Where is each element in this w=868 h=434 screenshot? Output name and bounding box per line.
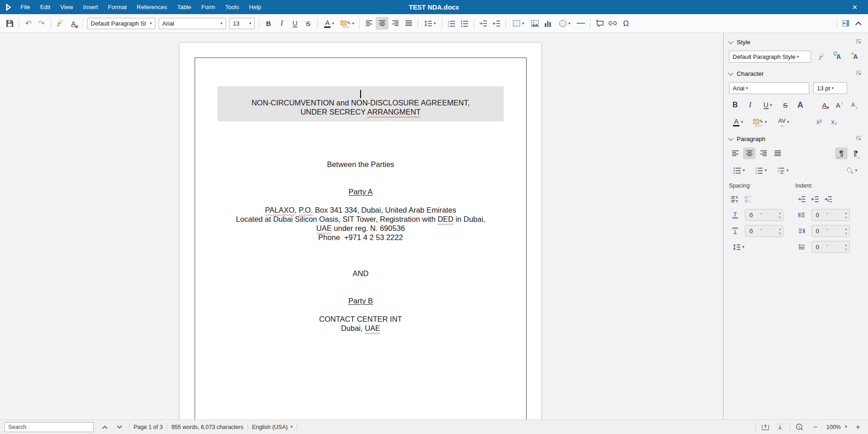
insert-comment-button[interactable] (593, 17, 606, 30)
doc-line[interactable] (217, 89, 504, 98)
single-page-view-button[interactable] (760, 422, 771, 433)
sidebar-font-size-select[interactable]: 13 pt (813, 82, 847, 94)
sidebar-bold-button[interactable]: B (729, 99, 741, 111)
font-color-button[interactable]: A (320, 17, 338, 30)
search-input[interactable] (5, 422, 94, 432)
zoom-in-button[interactable]: + (852, 422, 863, 433)
page[interactable]: NON-CIRCUMVENTION and NON-DISCLOSURE AGR… (179, 42, 542, 419)
spinner-arrows[interactable] (845, 211, 848, 219)
document-canvas[interactable]: NON-CIRCUMVENTION and NON-DISCLOSURE AGR… (0, 33, 723, 419)
spacing-below-input[interactable]: 0″ (745, 225, 783, 237)
bold-button[interactable]: B (262, 17, 275, 30)
doc-line[interactable]: Between the Parties (195, 160, 526, 169)
close-button[interactable]: × (848, 0, 862, 14)
sidebar-unordered-list-button[interactable] (729, 164, 749, 176)
chevron-down-icon[interactable] (728, 39, 733, 44)
doc-line[interactable]: Party A (195, 187, 526, 196)
spinner-arrows[interactable] (845, 243, 848, 251)
hanging-indent-button[interactable] (822, 193, 834, 205)
menu-file[interactable]: File (16, 0, 35, 14)
doc-line[interactable]: Party B (195, 296, 526, 305)
sidebar-toggle-button[interactable] (839, 17, 852, 30)
sidebar-increase-indent-button[interactable] (796, 193, 808, 205)
sidebar-align-center-button[interactable] (743, 147, 755, 159)
search-next-button[interactable] (114, 422, 125, 433)
doc-line[interactable]: PALAXO, P.O. Box 341 334, Dubai, United … (195, 205, 526, 214)
insert-hyperlink-button[interactable] (606, 17, 619, 30)
superscript-button[interactable]: x² (813, 116, 825, 128)
doc-line[interactable]: UAE under reg. N. 690536 (195, 224, 526, 233)
sidebar-line-spacing-button[interactable] (729, 241, 748, 253)
doc-line[interactable]: CONTACT CENTER INT (195, 314, 526, 324)
new-style-button[interactable]: A (849, 51, 862, 63)
zoom-100-button[interactable]: 1 (794, 422, 805, 433)
clone-formatting-style-button[interactable] (816, 51, 828, 63)
left-to-right-button[interactable]: ¶ → (835, 147, 847, 159)
sidebar-highlight-color-button[interactable]: ab✎ (750, 116, 770, 128)
underline-button[interactable]: U (289, 17, 301, 30)
doc-line[interactable]: AND (195, 269, 526, 278)
font-size-select[interactable]: 13 (229, 18, 255, 29)
update-style-button[interactable]: A (832, 51, 845, 63)
spinner-arrows[interactable] (845, 227, 848, 235)
menu-format[interactable]: Format (103, 0, 132, 14)
strikethrough-button[interactable]: S (302, 17, 315, 30)
right-to-left-button[interactable]: ¶ ← (849, 147, 862, 159)
page-number-status[interactable]: Page 1 of 3 (134, 424, 163, 430)
subscript-button[interactable]: x₂ (828, 116, 840, 128)
sidebar-font-name-select[interactable]: Arial (729, 82, 809, 94)
insert-line-button[interactable] (574, 17, 587, 30)
dialog-launcher-icon[interactable] (856, 70, 862, 77)
increase-indent-button[interactable] (477, 17, 490, 30)
spinner-arrows[interactable] (778, 227, 781, 235)
line-spacing-button[interactable] (421, 17, 439, 30)
language-status[interactable]: English (USA) (252, 424, 288, 430)
dialog-launcher-icon[interactable] (856, 136, 862, 142)
undo-button[interactable]: ↶ (22, 17, 35, 30)
redo-button[interactable]: ↷ (35, 17, 48, 30)
collapse-toolbar-button[interactable] (852, 17, 865, 30)
chevron-down-icon[interactable] (728, 70, 733, 75)
sidebar-align-left-button[interactable] (729, 147, 741, 159)
save-button[interactable] (3, 17, 16, 30)
sidebar-decrease-indent-button[interactable] (809, 193, 821, 205)
paragraph-style-select[interactable]: Default Paragraph St... (87, 18, 155, 29)
sidebar-clear-formatting-button[interactable]: A (818, 99, 831, 111)
clone-formatting-button[interactable] (54, 17, 67, 30)
decrease-paragraph-spacing-button[interactable] (742, 193, 754, 205)
ordered-list-button[interactable]: 123 (445, 17, 458, 30)
menu-table[interactable]: Table (172, 0, 196, 14)
spinner-arrows[interactable] (778, 211, 781, 219)
decrease-font-size-button[interactable]: A↓ (848, 99, 861, 111)
align-right-button[interactable] (389, 17, 402, 30)
multi-page-view-button[interactable] (775, 422, 785, 433)
menu-tools[interactable]: Tools (220, 0, 244, 14)
sidebar-font-color-button[interactable]: A (729, 116, 747, 128)
spacing-above-input[interactable]: 0″ (745, 209, 783, 221)
menu-edit[interactable]: Edit (35, 0, 55, 14)
doc-line[interactable]: Phone +971 4 2 53 2222 (195, 233, 526, 242)
clear-formatting-button[interactable]: A (67, 17, 80, 30)
basic-shapes-button[interactable] (555, 17, 574, 30)
chevron-down-icon[interactable] (728, 136, 733, 141)
sidebar-underline-button[interactable]: U (759, 99, 776, 111)
sidebar-ordered-list-button[interactable]: 123 (751, 164, 771, 176)
zoom-level[interactable]: 100% (826, 424, 841, 430)
increase-paragraph-spacing-button[interactable] (729, 193, 741, 205)
indent-before-text-input[interactable]: 0″ (811, 209, 850, 221)
menu-view[interactable]: View (55, 0, 78, 14)
insert-image-button[interactable] (528, 17, 541, 30)
unordered-list-button[interactable] (458, 17, 471, 30)
italic-button[interactable]: I (275, 17, 288, 30)
dialog-launcher-icon[interactable] (856, 39, 862, 46)
sidebar-align-right-button[interactable] (757, 147, 770, 159)
doc-line[interactable]: Dubai, UAE (195, 324, 526, 333)
font-name-select[interactable]: Arial (159, 18, 226, 29)
shadow-button[interactable]: A (794, 99, 806, 111)
menu-help[interactable]: Help (244, 0, 266, 14)
outline-format-button[interactable]: 1 (773, 164, 793, 176)
decrease-indent-button[interactable] (490, 17, 503, 30)
menu-form[interactable]: Form (196, 0, 220, 14)
zoom-out-button[interactable]: − (810, 422, 821, 433)
align-center-button[interactable] (376, 17, 388, 30)
